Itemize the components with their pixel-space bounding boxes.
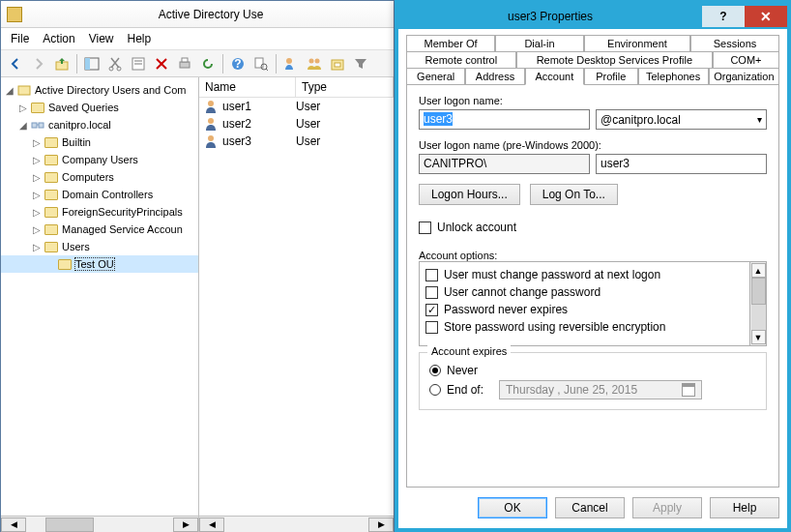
apply-button[interactable]: Apply [632, 497, 702, 518]
logon-name-input[interactable]: user3 [419, 109, 590, 130]
scroll-down-icon[interactable]: ▼ [751, 330, 766, 344]
dialog-title: user3 Properties [398, 10, 702, 23]
tree-pane[interactable]: ◢ Active Directory Users and Com ▷ Saved… [1, 77, 199, 532]
tree-node[interactable]: ▷Company Users [1, 151, 198, 168]
tab-dial-in[interactable]: Dial-in [495, 35, 584, 51]
tab-general[interactable]: General [406, 68, 465, 84]
list-body[interactable]: user1User user2User user3User [199, 98, 394, 516]
checkbox-icon [419, 222, 431, 234]
opt-pw-never-expires[interactable]: ✓Password never expires [425, 301, 744, 318]
tree-h-scroll[interactable]: ◀ ▶ [1, 516, 198, 532]
svg-rect-9 [182, 58, 188, 62]
tab-sessions[interactable]: Sessions [690, 35, 779, 51]
dialog-titlebar[interactable]: user3 Properties ? ✕ [398, 4, 787, 29]
list-item[interactable]: user2User [199, 115, 394, 133]
expand-icon[interactable]: ◢ [3, 85, 16, 96]
radio-icon [429, 365, 441, 376]
upn-suffix-select[interactable]: @canitpro.local [596, 109, 767, 130]
radio-icon [429, 384, 441, 396]
tree-domain[interactable]: ◢ canitpro.local [1, 116, 198, 133]
col-name[interactable]: Name [199, 77, 296, 97]
account-options-label: Account options: [419, 250, 767, 261]
tab-profile[interactable]: Profile [584, 68, 637, 84]
account-options-list: User must change password at next logon … [419, 261, 767, 346]
expires-never-radio[interactable]: Never [429, 361, 756, 380]
list-item[interactable]: user3User [199, 133, 394, 150]
tree-node[interactable]: ▷Users [1, 238, 198, 255]
scroll-track[interactable] [751, 305, 766, 330]
menu-file[interactable]: File [5, 30, 35, 47]
scroll-right-icon[interactable]: ▶ [173, 517, 198, 532]
tree-node[interactable]: ▷Managed Service Accoun [1, 221, 198, 238]
options-scrollbar[interactable]: ▲ ▼ [749, 262, 766, 345]
menu-action[interactable]: Action [37, 30, 80, 47]
calendar-icon[interactable] [682, 383, 695, 397]
show-hide-tree-button[interactable] [81, 53, 103, 74]
logon-hours-button[interactable]: Logon Hours... [419, 184, 520, 205]
tree-root[interactable]: ◢ Active Directory Users and Com [1, 81, 198, 99]
tab-telephones[interactable]: Telephones [638, 68, 709, 84]
folder-icon [44, 135, 59, 149]
tab-remote-control[interactable]: Remote control [406, 51, 516, 68]
opt-cannot-change-pw[interactable]: User cannot change password [425, 283, 744, 301]
tree-node-selected[interactable]: Test OU [1, 255, 198, 273]
svg-point-22 [208, 101, 214, 106]
svg-point-16 [315, 58, 320, 63]
help-button[interactable]: ? [227, 53, 249, 74]
log-on-to-button[interactable]: Log On To... [530, 184, 618, 205]
opt-must-change-pw[interactable]: User must change password at next logon [425, 266, 744, 283]
forward-button[interactable] [28, 53, 49, 74]
refresh-button[interactable] [197, 53, 219, 74]
find-button[interactable] [250, 53, 272, 74]
tab-member-of[interactable]: Member Of [406, 35, 495, 51]
tab-organization[interactable]: Organization [709, 68, 779, 84]
svg-point-23 [208, 118, 214, 124]
user-icon [203, 133, 219, 149]
ok-button[interactable]: OK [478, 497, 547, 518]
close-button[interactable]: ✕ [745, 6, 787, 27]
collapse-icon[interactable]: ◢ [16, 120, 30, 131]
cancel-button[interactable]: Cancel [555, 497, 625, 518]
help-button[interactable]: ? [702, 6, 745, 27]
opt-reversible-encryption[interactable]: Store password using reversible encrypti… [425, 318, 744, 336]
back-button[interactable] [5, 53, 26, 74]
tree-node[interactable]: ▷Builtin [1, 133, 198, 151]
svg-rect-8 [180, 62, 190, 68]
delete-button[interactable] [151, 53, 172, 74]
tab-rds-profile[interactable]: Remote Desktop Services Profile [516, 51, 713, 68]
tree-node[interactable]: ▷Computers [1, 168, 198, 186]
up-button[interactable] [51, 53, 73, 74]
filter-button[interactable] [350, 53, 371, 74]
list-item[interactable]: user1User [199, 98, 394, 115]
list-h-scroll[interactable]: ◀ ▶ [199, 516, 394, 532]
expand-icon[interactable]: ▷ [16, 103, 30, 113]
window-title: Active Directory Use [28, 8, 394, 21]
pre2k-user-input[interactable]: user3 [596, 154, 767, 174]
tree-node[interactable]: ▷Domain Controllers [1, 186, 198, 203]
properties-button[interactable] [128, 53, 149, 74]
new-user-button[interactable] [280, 53, 302, 74]
tree-saved-queries[interactable]: ▷ Saved Queries [1, 99, 198, 116]
cut-button[interactable] [104, 53, 126, 74]
tab-com-plus[interactable]: COM+ [713, 51, 779, 68]
scroll-thumb[interactable] [45, 517, 94, 532]
new-ou-button[interactable] [327, 53, 348, 74]
scroll-left-icon[interactable]: ◀ [199, 517, 224, 532]
expiry-date-picker[interactable]: Thursday , June 25, 2015 [499, 380, 702, 399]
col-type[interactable]: Type [296, 77, 394, 97]
tab-address[interactable]: Address [465, 68, 524, 84]
tree-node[interactable]: ▷ForeignSecurityPrincipals [1, 203, 198, 221]
tab-account[interactable]: Account [525, 68, 584, 85]
expires-end-of-radio[interactable]: End of: Thursday , June 25, 2015 [429, 380, 756, 399]
scroll-right-icon[interactable]: ▶ [368, 517, 394, 532]
menu-help[interactable]: Help [122, 30, 158, 47]
new-group-button[interactable] [304, 53, 325, 74]
scroll-left-icon[interactable]: ◀ [1, 517, 26, 532]
scroll-thumb[interactable] [751, 278, 766, 305]
tab-environment[interactable]: Environment [584, 35, 690, 51]
unlock-account-checkbox[interactable]: Unlock account [419, 219, 767, 236]
scroll-up-icon[interactable]: ▲ [751, 263, 766, 278]
print-button[interactable] [174, 53, 195, 74]
help-button[interactable]: Help [710, 497, 779, 518]
menu-view[interactable]: View [83, 30, 120, 47]
